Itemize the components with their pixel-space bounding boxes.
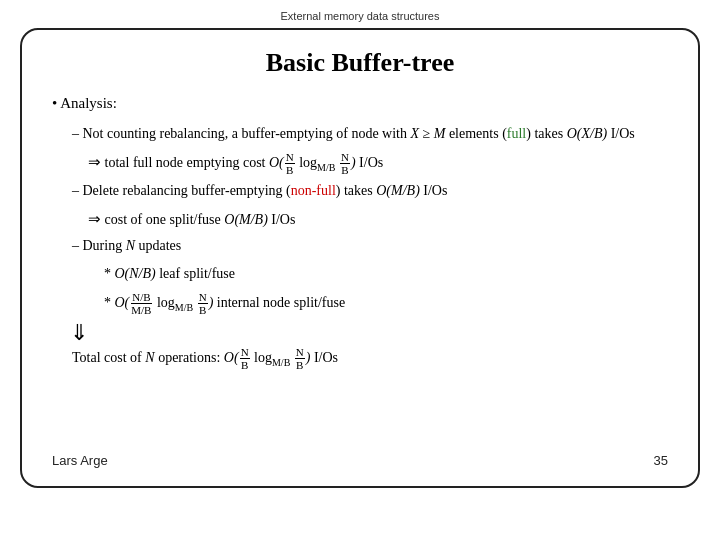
total-cost: Total cost of N operations: O(NB logM/B … <box>72 346 668 371</box>
dash-item-1: – Not counting rebalancing, a buffer-emp… <box>72 123 668 145</box>
dash-item-3: – During N updates <box>72 235 668 257</box>
implies-line-1: ⇒ total full node emptying cost O(NB log… <box>88 151 668 176</box>
slide-footer: Lars Arge 35 <box>52 443 668 468</box>
slide-title: Basic Buffer-tree <box>52 48 668 78</box>
star-item-1: * O(N/B) leaf split/fuse <box>104 263 668 285</box>
analysis-bullet: • Analysis: <box>52 92 668 115</box>
top-label: External memory data structures <box>281 10 440 22</box>
content-area: • Analysis: – Not counting rebalancing, … <box>52 92 668 371</box>
author-label: Lars Arge <box>52 453 108 468</box>
star-item-2: * O(N/BM/B logM/B NB) internal node spli… <box>104 291 668 316</box>
page-number: 35 <box>654 453 668 468</box>
dash-item-2: – Delete rebalancing buffer-emptying (no… <box>72 180 668 202</box>
slide-box: Basic Buffer-tree • Analysis: – Not coun… <box>20 28 700 488</box>
implies-line-2: ⇒ cost of one split/fuse O(M/B) I/Os <box>88 208 668 231</box>
down-arrow: ⇓ <box>70 322 668 344</box>
